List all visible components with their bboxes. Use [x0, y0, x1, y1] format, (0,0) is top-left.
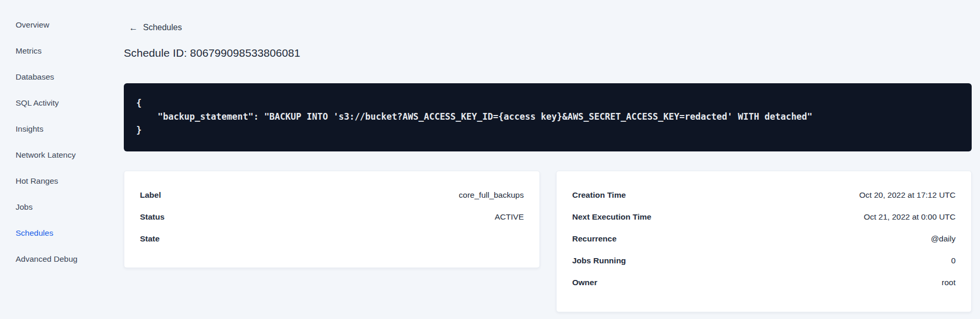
row-recurrence-key: Recurrence — [572, 234, 616, 244]
sidebar-item-network-latency[interactable]: Network Latency — [0, 142, 124, 168]
row-owner: Owner root — [572, 272, 956, 294]
row-creation-time-value: Oct 20, 2022 at 17:12 UTC — [859, 190, 956, 200]
back-link-label: Schedules — [143, 23, 182, 32]
page-title: Schedule ID: 806799098533806081 — [124, 47, 972, 59]
row-next-execution-time-key: Next Execution Time — [572, 212, 651, 222]
row-next-execution-time-value: Oct 21, 2022 at 0:00 UTC — [863, 212, 956, 222]
schedule-definition-code-block: { "backup_statement": "BACKUP INTO 's3:/… — [124, 83, 972, 151]
sidebar: Overview Metrics Databases SQL Activity … — [0, 0, 124, 319]
sidebar-item-databases[interactable]: Databases — [0, 64, 124, 90]
row-label-key: Label — [140, 190, 161, 200]
sidebar-item-metrics[interactable]: Metrics — [0, 38, 124, 64]
row-recurrence: Recurrence @daily — [572, 228, 956, 250]
row-state-key: State — [140, 234, 160, 244]
row-jobs-running-key: Jobs Running — [572, 256, 626, 265]
sidebar-item-advanced-debug[interactable]: Advanced Debug — [0, 246, 124, 272]
row-label-value: core_full_backups — [459, 190, 524, 200]
row-creation-time-key: Creation Time — [572, 190, 626, 200]
schedule-summary-card: Label core_full_backups Status ACTIVE St… — [124, 171, 540, 268]
row-jobs-running: Jobs Running 0 — [572, 250, 956, 272]
detail-cards: Label core_full_backups Status ACTIVE St… — [124, 171, 972, 312]
row-status: Status ACTIVE — [140, 206, 524, 228]
row-owner-key: Owner — [572, 278, 597, 287]
sidebar-item-insights[interactable]: Insights — [0, 116, 124, 142]
main-content: ← Schedules Schedule ID: 806799098533806… — [124, 0, 980, 319]
schedule-timing-card: Creation Time Oct 20, 2022 at 17:12 UTC … — [556, 171, 972, 312]
sidebar-item-sql-activity[interactable]: SQL Activity — [0, 90, 124, 116]
back-link-schedules[interactable]: ← Schedules — [129, 23, 182, 32]
sidebar-item-hot-ranges[interactable]: Hot Ranges — [0, 168, 124, 194]
row-next-execution-time: Next Execution Time Oct 21, 2022 at 0:00… — [572, 206, 956, 228]
back-arrow-icon: ← — [129, 23, 138, 32]
row-owner-value: root — [942, 278, 956, 287]
row-label: Label core_full_backups — [140, 184, 524, 206]
row-jobs-running-value: 0 — [951, 256, 956, 265]
row-recurrence-value: @daily — [931, 234, 956, 244]
sidebar-item-schedules[interactable]: Schedules — [0, 220, 124, 246]
sidebar-item-overview[interactable]: Overview — [0, 12, 124, 38]
row-creation-time: Creation Time Oct 20, 2022 at 17:12 UTC — [572, 184, 956, 206]
sidebar-item-jobs[interactable]: Jobs — [0, 194, 124, 220]
row-status-key: Status — [140, 212, 164, 222]
row-status-value: ACTIVE — [495, 212, 524, 222]
row-state: State — [140, 228, 524, 250]
